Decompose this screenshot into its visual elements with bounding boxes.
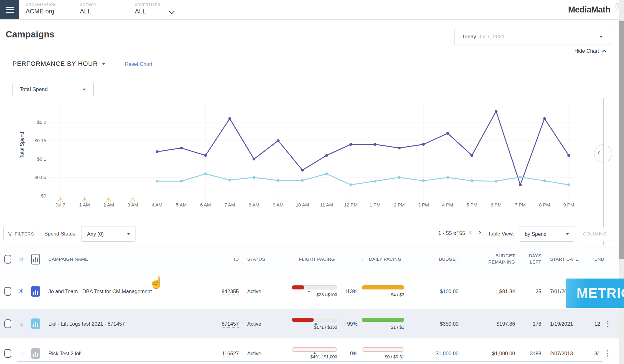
advertiser-selector[interactable]: ADVERTISER ALL — [135, 3, 160, 15]
bar-chart-icon[interactable] — [31, 318, 40, 329]
spend-status-dropdown[interactable]: Any (0) — [81, 226, 135, 242]
chart-point — [470, 179, 473, 182]
chart-point — [567, 183, 570, 186]
flight-pacing-label: $171 / $350 — [292, 325, 337, 330]
table-row[interactable]: ☀ Jo and Team - DBA Test for CM Manageme… — [0, 274, 619, 309]
agency-value[interactable]: ALL — [80, 8, 97, 15]
chart-point — [543, 179, 546, 182]
sun-icon[interactable]: ☼ — [18, 320, 24, 327]
campaign-name-link[interactable]: Jo and Team - DBA Test for CM Management — [48, 288, 152, 294]
chevron-down-icon[interactable] — [169, 11, 175, 14]
y-axis-tick: $0 — [41, 193, 46, 198]
column-header-start-date[interactable]: START DATE — [550, 257, 579, 262]
column-header-budget[interactable]: BUDGET — [427, 257, 459, 262]
columns-button[interactable]: COLUMNS — [577, 227, 613, 241]
chart-y-axis-title: Total Spend — [19, 120, 26, 170]
column-header-campaign-name[interactable]: CAMPAIGN NAME — [48, 257, 88, 262]
caret-down-icon — [83, 89, 86, 90]
y-axis-tick: $0.15 — [34, 138, 46, 143]
row-checkbox[interactable] — [4, 349, 11, 358]
status-value: Active — [247, 321, 261, 327]
sort-descending-icon[interactable]: ↓ — [361, 256, 364, 262]
column-header-days-left[interactable]: DAYS LEFT — [526, 253, 541, 265]
chart-point — [374, 180, 376, 182]
flight-pacing-cell: $491 / $1,000 — [292, 347, 337, 359]
organization-label: ORGANIZATION — [26, 3, 56, 7]
chart-point — [495, 110, 498, 113]
agency-selector[interactable]: AGENCY ALL — [80, 3, 97, 15]
row-menu-icon[interactable] — [606, 349, 610, 358]
status-value: Active — [247, 350, 261, 356]
chart-point — [398, 176, 400, 179]
column-header-budget-remaining[interactable]: BUDGET REMAINING — [481, 253, 515, 265]
chart-point — [349, 183, 352, 186]
x-axis-tick: 3 PM — [418, 202, 429, 207]
days-left-value: 178 — [526, 321, 541, 327]
column-header-end-date[interactable]: END DATE — [594, 257, 604, 262]
chart-point — [543, 117, 546, 120]
row-checkbox[interactable] — [4, 319, 11, 328]
chart-point — [446, 132, 449, 135]
campaign-id-value[interactable]: 871457 — [222, 321, 239, 328]
daily-pacing-bar — [362, 347, 404, 352]
page-scrollbar-thumb[interactable] — [619, 21, 624, 259]
table-view-dropdown[interactable]: by Spend — [519, 226, 574, 242]
chart-panel-collapse-handle[interactable]: ‹ — [594, 144, 612, 163]
date-range-picker[interactable]: Today Jul 7, 2021 — [454, 29, 610, 45]
daily-pacing-cell: $4 / $3 — [362, 285, 404, 297]
chart-point — [519, 176, 522, 178]
column-header-status[interactable]: STATUS — [247, 257, 265, 262]
organization-selector[interactable]: ORGANIZATION ACME org — [26, 3, 56, 15]
filters-button[interactable]: FILTERS — [3, 227, 38, 241]
sun-icon[interactable]: ☀ — [18, 288, 24, 295]
table-row[interactable]: ☼ Rick Test 2 lol! 116527 Active $491 / … — [0, 338, 619, 364]
chart-metric-dropdown[interactable]: Total Spend — [12, 82, 94, 97]
chart-line-total-spend-light — [157, 174, 569, 185]
pagination-prev-icon[interactable]: ‹ — [469, 227, 472, 237]
bottom-accent-line — [17, 362, 603, 362]
campaign-name-link[interactable]: Liel - Lift Logs test 2021 - 871457 — [48, 321, 125, 327]
row-checkbox[interactable] — [4, 287, 11, 296]
y-axis-tick: $0.1 — [37, 156, 46, 162]
chart-title-label: PERFORMANCE BY HOUR — [12, 60, 98, 67]
pagination-next-icon[interactable]: › — [479, 227, 481, 237]
table-row[interactable]: ☼ Liel - Lift Logs test 2021 - 871457 87… — [0, 309, 619, 339]
column-header-daily-pacing[interactable]: DAILY PACING — [369, 257, 401, 262]
flight-pacing-bar — [292, 318, 337, 322]
x-axis-tick: 5 PM — [466, 202, 477, 207]
campaign-id: 116527 — [208, 350, 239, 356]
caret-down-icon — [600, 36, 603, 38]
chart-dimension-dropdown[interactable]: PERFORMANCE BY HOUR — [12, 60, 105, 67]
campaign-id-value[interactable]: 942355 — [222, 288, 239, 295]
y-axis-tick: $0.05 — [34, 175, 46, 180]
column-header-id[interactable]: ID — [225, 257, 239, 262]
column-header-flight-pacing[interactable]: FLIGHT PACING — [299, 257, 335, 262]
campaign-name-link[interactable]: Rick Test 2 lol! — [48, 350, 81, 356]
chart-point — [204, 154, 207, 157]
flight-pacing-marker-icon — [314, 323, 317, 325]
daily-pacing-bar — [362, 318, 404, 322]
chart-point — [277, 179, 280, 182]
mediamath-logo: MediaMath — [568, 5, 610, 15]
organization-value[interactable]: ACME org — [26, 8, 56, 15]
hide-chart-label: Hide Chart — [574, 48, 599, 54]
sun-icon[interactable]: ☼ — [18, 350, 24, 357]
start-date-value: 1/19/2021 — [550, 321, 581, 327]
bar-chart-icon[interactable] — [31, 348, 40, 359]
flight-pacing-bar — [292, 347, 337, 352]
advertiser-value[interactable]: ALL — [135, 8, 160, 15]
bar-chart-icon[interactable] — [31, 286, 40, 297]
reset-chart-link[interactable]: Reset Chart — [125, 61, 152, 67]
select-all-checkbox[interactable] — [4, 255, 11, 264]
campaign-id-value[interactable]: 116527 — [222, 350, 239, 357]
x-axis-tick: Jul 7 — [55, 202, 65, 207]
mediamath-logo-text: MediaMath — [568, 5, 610, 14]
daily-pacing-cell: $0 / $0.31 — [362, 347, 404, 359]
budget-value: $100.00 — [427, 288, 459, 294]
row-menu-icon[interactable] — [606, 319, 610, 328]
header-divider — [6, 51, 571, 51]
hamburger-menu-icon[interactable] — [0, 0, 19, 19]
pagination-range: 1 - 55 of 55 — [438, 230, 465, 236]
chart-point — [470, 154, 473, 157]
hide-chart-toggle[interactable]: Hide Chart — [574, 48, 607, 54]
